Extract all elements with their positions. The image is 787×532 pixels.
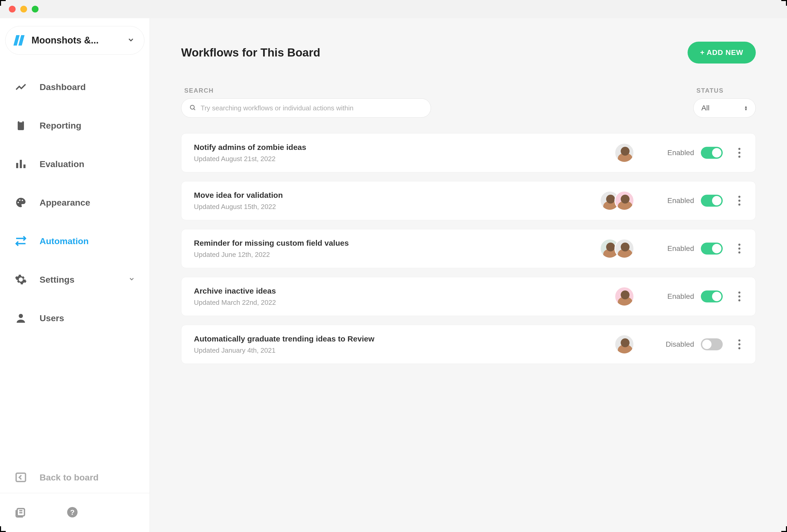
sidebar-item-appearance[interactable]: Appearance xyxy=(0,183,150,222)
search-field[interactable] xyxy=(181,99,431,118)
workflow-toggle[interactable] xyxy=(701,291,723,302)
workflow-toggle[interactable] xyxy=(701,147,723,159)
gear-icon xyxy=(15,273,27,286)
decoration-corner xyxy=(781,0,787,6)
svg-point-6 xyxy=(19,199,20,201)
workflow-avatars xyxy=(600,191,634,211)
more-options-icon[interactable] xyxy=(736,145,743,160)
board-selector[interactable]: Moonshots &... xyxy=(5,26,145,55)
workflow-title: Reminder for missing custom field values xyxy=(194,239,600,248)
workflow-status-label: Enabled xyxy=(663,196,694,205)
add-new-button[interactable]: + ADD NEW xyxy=(687,42,756,64)
workflow-toggle[interactable] xyxy=(701,195,723,207)
avatar xyxy=(614,239,634,258)
minimize-window-icon[interactable] xyxy=(20,6,27,13)
chevron-down-icon xyxy=(128,276,135,283)
status-select[interactable]: All ▲▼ xyxy=(693,99,756,118)
workflow-status-label: Enabled xyxy=(663,292,694,301)
back-icon xyxy=(15,471,27,484)
chevron-down-icon xyxy=(127,36,135,45)
workflow-avatars xyxy=(614,143,634,163)
workflow-toggle[interactable] xyxy=(701,242,723,255)
main-header: Workflows for This Board + ADD NEW xyxy=(181,42,756,64)
sidebar-item-settings[interactable]: Settings xyxy=(0,260,150,299)
search-label: SEARCH xyxy=(181,87,431,94)
workflow-toggle[interactable] xyxy=(701,338,723,350)
maximize-window-icon[interactable] xyxy=(32,6,39,13)
workflow-title: Notify admins of zombie ideas xyxy=(194,143,614,152)
svg-rect-2 xyxy=(16,163,18,168)
workflow-updated: Updated August 21st, 2022 xyxy=(194,155,614,163)
avatar xyxy=(614,191,634,211)
workflow-row[interactable]: Reminder for missing custom field values… xyxy=(181,229,756,268)
window-titlebar xyxy=(0,0,787,18)
sidebar-item-reporting[interactable]: Reporting xyxy=(0,106,150,145)
svg-rect-4 xyxy=(23,165,25,168)
sidebar-bottom-bar: ? xyxy=(0,493,150,532)
more-options-icon[interactable] xyxy=(736,289,743,304)
avatar xyxy=(614,143,634,163)
library-icon[interactable] xyxy=(15,506,27,519)
sidebar: Moonshots &... Dashboard Reporting xyxy=(0,18,150,532)
svg-point-7 xyxy=(22,200,23,201)
sidebar-nav: Dashboard Reporting Evaluation xyxy=(0,65,150,462)
svg-text:?: ? xyxy=(70,508,75,516)
back-to-board-link[interactable]: Back to board xyxy=(0,462,150,493)
workflow-row[interactable]: Notify admins of zombie ideasUpdated Aug… xyxy=(181,133,756,172)
sidebar-item-dashboard[interactable]: Dashboard xyxy=(0,68,150,106)
svg-point-10 xyxy=(19,314,23,318)
help-icon[interactable]: ? xyxy=(66,506,79,519)
avatar xyxy=(614,286,634,306)
workflow-avatars xyxy=(600,239,634,258)
sidebar-item-automation[interactable]: Automation xyxy=(0,222,150,260)
workflow-title: Automatically graduate trending ideas to… xyxy=(194,335,614,343)
svg-rect-0 xyxy=(18,121,24,130)
sidebar-item-label: Users xyxy=(40,313,64,323)
main-content: Workflows for This Board + ADD NEW SEARC… xyxy=(150,18,787,532)
workflow-row[interactable]: Archive inactive ideasUpdated March 22nd… xyxy=(181,277,756,316)
palette-icon xyxy=(15,196,27,209)
sidebar-item-label: Evaluation xyxy=(40,159,84,169)
more-options-icon[interactable] xyxy=(736,241,743,256)
workflow-updated: Updated January 4th, 2021 xyxy=(194,346,614,355)
more-options-icon[interactable] xyxy=(736,193,743,208)
sidebar-item-users[interactable]: Users xyxy=(0,299,150,337)
avatar xyxy=(614,335,634,354)
svg-point-5 xyxy=(17,202,19,203)
workflow-status-label: Enabled xyxy=(663,244,694,253)
sort-icon: ▲▼ xyxy=(744,105,748,111)
decoration-corner xyxy=(781,526,787,532)
search-input[interactable] xyxy=(201,104,423,112)
close-window-icon[interactable] xyxy=(9,6,16,13)
workflow-avatars xyxy=(614,335,634,354)
sidebar-item-evaluation[interactable]: Evaluation xyxy=(0,145,150,183)
workflow-row[interactable]: Move idea for validationUpdated August 1… xyxy=(181,181,756,220)
svg-rect-3 xyxy=(20,160,22,168)
loop-icon xyxy=(15,235,27,247)
decoration-corner xyxy=(0,0,6,6)
workflow-updated: Updated June 12th, 2022 xyxy=(194,251,600,259)
svg-line-18 xyxy=(194,109,195,110)
search-icon xyxy=(189,104,196,112)
sidebar-item-label: Reporting xyxy=(40,121,82,131)
workflow-status-label: Disabled xyxy=(663,340,694,348)
board-name: Moonshots &... xyxy=(31,35,122,46)
workflow-list: Notify admins of zombie ideasUpdated Aug… xyxy=(181,133,756,364)
workflow-updated: Updated August 15th, 2022 xyxy=(194,203,600,211)
workflow-row[interactable]: Automatically graduate trending ideas to… xyxy=(181,325,756,364)
filters-row: SEARCH STATUS All ▲▼ xyxy=(181,87,756,118)
app-window: Moonshots &... Dashboard Reporting xyxy=(0,0,787,532)
status-label: STATUS xyxy=(693,87,756,94)
clipboard-icon xyxy=(15,119,27,132)
workflow-avatars xyxy=(614,286,634,306)
sidebar-item-label: Dashboard xyxy=(40,82,86,92)
board-logo-icon xyxy=(15,35,26,46)
sidebar-item-label: Automation xyxy=(40,236,89,246)
person-icon xyxy=(15,312,27,324)
more-options-icon[interactable] xyxy=(736,337,743,352)
svg-rect-1 xyxy=(19,120,22,122)
svg-rect-11 xyxy=(16,473,25,482)
trend-icon xyxy=(15,81,27,93)
page-title: Workflows for This Board xyxy=(181,46,320,59)
workflow-updated: Updated March 22nd, 2022 xyxy=(194,299,614,306)
